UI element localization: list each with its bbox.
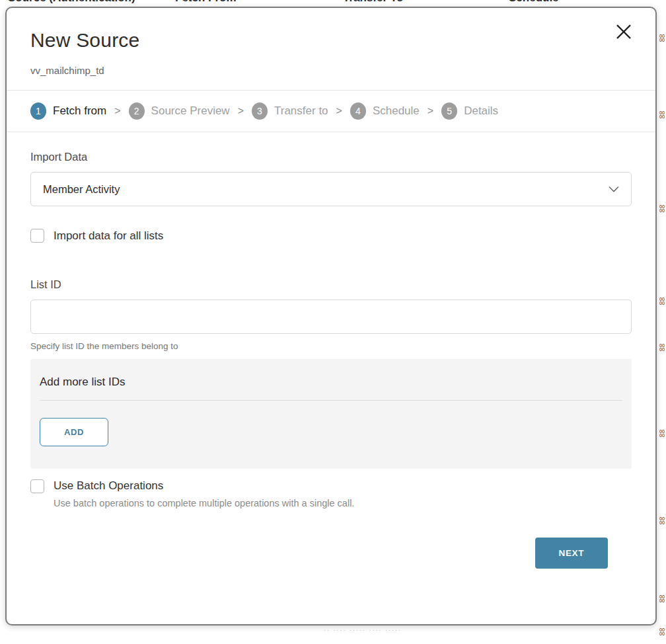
background-text-fragment: ·· ···· ····· ···· ····· [324,627,402,633]
add-list-id-button[interactable]: ADD [40,418,108,446]
step-transfer-to[interactable]: 3 Transfer to [252,102,328,120]
background-column-header: Transfer To [343,0,403,5]
step-separator-icon: > [114,105,120,117]
step-label: Fetch from [53,104,106,118]
step-schedule[interactable]: 4 Schedule [350,102,420,120]
batch-operations-checkbox-row[interactable]: Use Batch Operations [30,479,632,493]
batch-operations-label: Use Batch Operations [54,479,163,493]
step-details[interactable]: 5 Details [441,102,498,120]
step-number-badge: 2 [129,102,145,120]
background-row-fragment: 0000 [659,595,666,603]
step-fetch-from[interactable]: 1 Fetch from [30,102,106,120]
batch-operations-block: Use Batch Operations Use batch operation… [30,479,632,508]
background-row-fragment: 0000 [659,344,666,352]
list-id-helper-text: Specify list ID the members belong to [30,341,632,351]
add-more-list-ids-panel: Add more list IDs ADD [30,359,632,469]
list-id-label: List ID [30,278,632,291]
background-row-fragment: 0000 [659,111,666,119]
background-column-header: Schedule [509,0,559,5]
step-number-badge: 5 [441,102,457,120]
batch-operations-helper-text: Use batch operations to complete multipl… [54,498,632,508]
chevron-down-icon [609,186,619,192]
step-separator-icon: > [427,105,433,117]
step-source-preview[interactable]: 2 Source Preview [129,102,230,120]
background-row-fragment: 0000 [659,517,666,525]
next-button[interactable]: NEXT [535,538,608,569]
import-all-lists-label: Import data for all lists [54,229,163,243]
modal-footer: NEXT [30,508,632,569]
list-id-input[interactable] [30,300,632,334]
import-all-lists-checkbox-row[interactable]: Import data for all lists [30,229,632,243]
step-label: Schedule [373,104,420,118]
source-name-subtitle: vv_mailchimp_td [30,65,632,76]
step-number-badge: 4 [350,102,366,120]
background-column-header: Source (Authentication) [8,0,135,5]
step-number-badge: 1 [30,102,46,120]
new-source-modal: New Source vv_mailchimp_td 1 Fetch from … [5,7,657,625]
step-label: Source Preview [151,104,230,118]
step-label: Transfer to [274,104,328,118]
modal-header: New Source vv_mailchimp_td [7,8,655,76]
background-row-fragment: 0000 [659,628,666,636]
step-separator-icon: > [336,105,342,117]
close-button[interactable] [609,17,638,46]
import-all-lists-checkbox[interactable] [30,229,44,243]
step-number-badge: 3 [252,102,268,120]
import-data-label: Import Data [30,151,632,163]
import-data-selected-value: Member Activity [43,183,120,196]
import-data-select[interactable]: Member Activity [30,172,632,206]
step-label: Details [464,104,498,118]
background-column-header: Fetch From [175,0,237,5]
form-body: Import Data Member Activity Import data … [7,132,655,569]
background-row-fragment: 0000 [659,205,666,213]
step-separator-icon: > [238,105,244,117]
background-row-fragment: 0000 [659,298,666,305]
page-title: New Source [30,29,632,52]
batch-operations-checkbox[interactable] [30,479,44,493]
add-panel-heading: Add more list IDs [40,376,622,389]
wizard-stepper: 1 Fetch from > 2 Source Preview > 3 Tran… [7,91,655,132]
background-row-fragment: 0000 [659,430,666,438]
add-panel-divider [40,400,622,401]
list-id-field-block: List ID Specify list ID the members belo… [30,278,632,351]
background-row-fragment: 0000 [659,34,666,42]
close-icon [614,22,634,42]
